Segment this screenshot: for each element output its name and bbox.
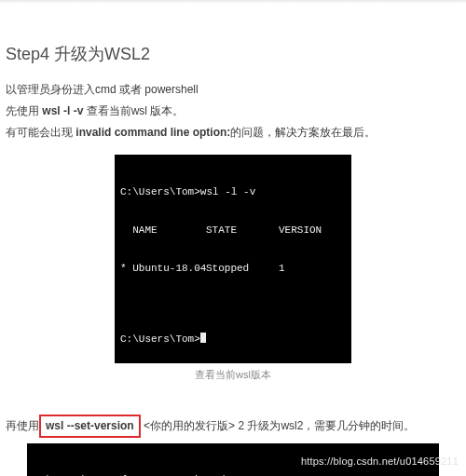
term1-r-state: Stopped [206, 263, 279, 276]
term1-prompt2-line: C:\Users\Tom> [120, 333, 346, 347]
term1-r-name: * Ubuntu-18.04 [120, 263, 206, 276]
spacer [0, 383, 466, 415]
intro-line-2: 先使用 wsl -l -v 查看当前wsl 版本。 [6, 102, 466, 120]
top-fade [0, 0, 466, 4]
term1-prompt2: C:\Users\Tom> [120, 333, 200, 345]
cmd-set-version-box: wsl --set-version [39, 415, 141, 438]
cmd-wsl-lv: wsl -l -v [42, 104, 83, 117]
term1-h-name: NAME [120, 224, 206, 238]
term1-h-state: STATE [206, 224, 279, 238]
intro-2c: 查看当前wsl 版本。 [83, 104, 184, 117]
setver-mid: <你的用的发行版> 2 升级为wsl2，需要几分钟的时间。 [141, 419, 416, 432]
step-heading: Step4 升级为WSL2 [6, 41, 466, 68]
intro-3a: 有可能会出现 [6, 126, 75, 139]
intro-3c: 的问题，解决方案放在最后。 [230, 126, 376, 139]
intro-line-3: 有可能会出现 invalid command line option:的问题，解… [6, 124, 466, 142]
cursor-icon [200, 333, 206, 343]
terminal-block-1: C:\Users\Tom>wsl -l -v NAME STATE VERSIO… [115, 155, 351, 362]
err-msg: invalid command line option: [75, 126, 230, 139]
intro-line-1: 以管理员身份进入cmd 或者 powershell [6, 81, 466, 99]
intro-2a: 先使用 [6, 104, 42, 117]
term1-prompt: C:\Users\Tom> [120, 186, 200, 197]
caption-1: 查看当前wsl版本 [0, 367, 466, 384]
term1-cmd: wsl -l -v [200, 186, 255, 197]
term1-header: NAME STATE VERSION [120, 224, 346, 238]
setver-line: 再使用wsl --set-version <你的用的发行版> 2 升级为wsl2… [6, 415, 466, 438]
term1-h-ver: VERSION [279, 224, 335, 238]
term1-line1: C:\Users\Tom>wsl -l -v [120, 186, 346, 199]
gap [120, 302, 346, 307]
watermark: https://blog.csdn.net/u014659211 [301, 454, 459, 470]
setver-pre: 再使用 [6, 419, 39, 432]
term1-r-ver: 1 [279, 263, 335, 276]
term1-row: * Ubuntu-18.04 Stopped 1 [120, 263, 346, 276]
